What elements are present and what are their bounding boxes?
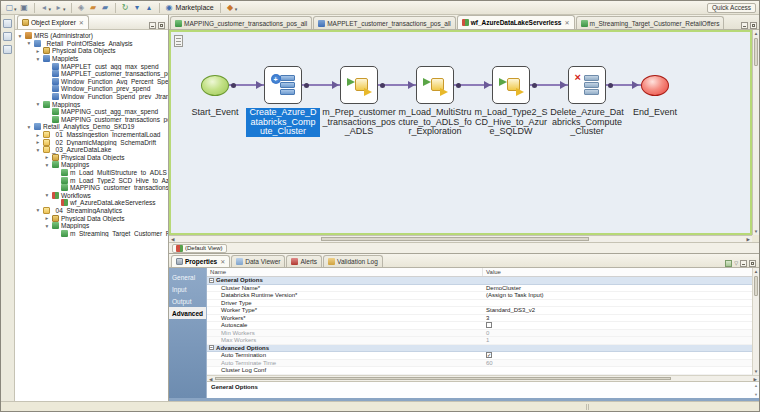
scroll-right-icon[interactable]: ▶ (747, 236, 750, 243)
expand-arrow-icon[interactable]: ▸ (44, 154, 50, 160)
property-row-databricks-runtime-version[interactable]: Databricks Runtime Version*(Assign to Ta… (207, 292, 759, 300)
dropdown-arrow-icon[interactable]: ▾ (14, 6, 17, 12)
tree-item-01-massingestion-incrementalload[interactable]: ▸_01_MassIngestion_IncrementalLoad (15, 131, 168, 139)
tree-item-workflows[interactable]: ▾Workflows (15, 191, 168, 199)
tree-item-mapplets[interactable]: ▾Mapplets (15, 55, 168, 63)
collapse-arrow-icon[interactable]: ▾ (35, 147, 41, 153)
tree-item-mappings[interactable]: ▾Mappings (15, 100, 168, 108)
maximize-icon[interactable] (749, 260, 756, 267)
property-row-max-workers[interactable]: Max Workers1 (207, 337, 759, 345)
node-create-azure-databricks-compute-cluster[interactable]: +Create_Azure_Databricks_Compute_Cluster (245, 65, 321, 137)
tab-alerts[interactable]: Alerts (286, 255, 322, 267)
tree-item-window-function-spend-prev-jtransactions[interactable]: Window_Function_Spend_prev_Jtransactions (15, 93, 168, 101)
dropdown-arrow-icon[interactable]: ▾ (63, 6, 66, 12)
new-project-icon[interactable]: ▰ (100, 2, 111, 13)
collapse-arrow-icon[interactable]: ▾ (26, 124, 32, 130)
collapse-arrow-icon[interactable]: ▾ (17, 33, 23, 39)
tree-item-mappings[interactable]: ▾Mappings (15, 222, 168, 230)
tab-object-explorer[interactable]: Object Explorer ✕ (17, 15, 89, 29)
property-value[interactable]: (Assign to Task Input) (483, 292, 759, 298)
new-folder-icon[interactable]: ▰ (88, 2, 99, 13)
import-icon[interactable]: ▾ (132, 2, 143, 13)
node-end-event[interactable]: End_Event (625, 65, 685, 137)
tree-item-physical-data-objects[interactable]: ▸Physical Data Objects (15, 154, 168, 162)
tree-item-mrs-administrator[interactable]: ▾MRS (Administrator) (15, 32, 168, 40)
editor-tab-mapping-customer-transactions-pos-all[interactable]: MAPPING_customer_transactions_pos_all (170, 16, 312, 29)
task-box[interactable]: + (264, 66, 302, 104)
refresh-icon[interactable]: ↻ (120, 2, 131, 13)
task-box[interactable] (340, 66, 378, 104)
tree-item-02-dynamicmapping-schemadrift[interactable]: ▸_02_DynamicMapping_SchemaDrift (15, 138, 168, 146)
node-m-load-multistructure-to-adls-for-exploration[interactable]: m_Load_MultiStructure_to_ADLS_for_Explor… (397, 65, 473, 137)
collapse-arrow-icon[interactable]: ▾ (26, 40, 32, 46)
minimize-icon[interactable] (741, 22, 748, 29)
save-icon[interactable]: ▣ (19, 2, 30, 13)
scroll-down-icon[interactable]: ▼ (754, 392, 758, 397)
export-icon[interactable]: ▴ (144, 2, 155, 13)
tree-item-m-load-multistructure-to-adls-for-exploration[interactable]: m_Load_MultiStructure_to_ADLS_for_Explor… (15, 169, 168, 177)
property-row-driver-type[interactable]: Driver Type (207, 300, 759, 308)
section-output[interactable]: Output (169, 295, 206, 307)
tree-item-retail-pointofsales-analysis[interactable]: ▾_Retail_PointOfSales_Analysis (15, 40, 168, 48)
scrollbar-thumb[interactable] (215, 377, 671, 380)
canvas-vertical-scrollbar[interactable]: ▲ ▼ (752, 30, 759, 235)
property-row-general-options[interactable]: −General Options (207, 277, 759, 285)
checkbox-unchecked-icon[interactable] (486, 322, 492, 328)
property-row-cluster-log-conf[interactable]: Cluster Log Conf (207, 367, 759, 375)
property-value[interactable]: DemoCluster (483, 285, 759, 291)
quick-access-button[interactable]: Quick Access (707, 3, 756, 13)
tree-item-wf-azuredatalakeserverless[interactable]: wf_AzureDataLakeServerless (15, 199, 168, 207)
editor-tab-mapplet-customer-transactions-pos-all[interactable]: MAPPLET_customer_transactions_pos_all (313, 16, 456, 29)
task-box[interactable] (492, 66, 530, 104)
property-value[interactable]: ✓ (483, 352, 759, 358)
tree-item-mapping-customer-transactions-pos-all[interactable]: MAPPING_customer_transactions_pos_all (15, 184, 168, 192)
description-scrollbar[interactable]: ▲▼ (754, 383, 758, 398)
scroll-down-icon[interactable]: ▼ (753, 368, 759, 375)
maximize-icon[interactable] (750, 22, 757, 29)
start-event-shape[interactable] (201, 75, 229, 96)
tree-item-m-streaming-target-customer-retailoffers[interactable]: m_Streaming_Target_Customer_RetailOffers (15, 229, 168, 237)
collapse-arrow-icon[interactable]: ▾ (35, 207, 41, 213)
expand-arrow-icon[interactable]: ▸ (35, 132, 41, 138)
scrollbar-thumb[interactable] (321, 237, 589, 241)
minimize-icon[interactable] (740, 260, 747, 267)
collapse-arrow-icon[interactable]: ▾ (44, 192, 50, 198)
property-row-worker-type[interactable]: Worker Type*Standard_DS3_v2 (207, 307, 759, 315)
close-tab-icon[interactable]: ✕ (220, 258, 225, 265)
tree-item-mapping-cust-agg-max-spend[interactable]: MAPPING_cust_agg_max_spend (15, 108, 168, 116)
property-row-workers[interactable]: Workers*3 (207, 315, 759, 323)
editor-tab-m-streaming-target-customer-retailoffers[interactable]: m_Streaming_Target_Customer_RetailOffers (576, 16, 725, 29)
tree-item-mappings[interactable]: ▾Mappings (15, 161, 168, 169)
checkbox-checked-icon[interactable]: ✓ (486, 352, 492, 358)
expand-arrow-icon[interactable]: ▸ (35, 139, 41, 145)
collapse-arrow-icon[interactable]: ▾ (44, 223, 50, 229)
default-view-tab[interactable]: (Default View) (172, 244, 227, 253)
tree-item-physical-data-objects[interactable]: ▸Physical Data Objects (15, 47, 168, 55)
task-box[interactable] (416, 66, 454, 104)
property-row-autoscale[interactable]: Autoscale (207, 322, 759, 330)
property-value[interactable]: 1 (483, 337, 759, 343)
node-start-event[interactable]: Start_Event (185, 65, 245, 137)
collapse-group-icon[interactable]: − (209, 345, 214, 350)
workflow-canvas[interactable]: Start_Event+Create_Azure_Databricks_Comp… (169, 30, 752, 235)
tab-data-viewer[interactable]: Data Viewer (231, 255, 285, 267)
collapse-group-icon[interactable]: − (209, 278, 214, 283)
marketplace-globe-icon[interactable]: ◉ (164, 2, 175, 13)
section-input[interactable]: Input (169, 283, 206, 295)
tree-item-retail-analytics-demo-skd19[interactable]: ▾Retail_Analytics_Demo_SKD19 (15, 123, 168, 131)
scroll-up-icon[interactable]: ▲ (753, 30, 759, 37)
collapse-arrow-icon[interactable]: ▾ (35, 101, 41, 107)
property-row-auto-termination[interactable]: Auto Termination✓ (207, 352, 759, 360)
collapse-arrow-icon[interactable]: ▾ (35, 56, 41, 62)
node-m-prep-customer-transactions-pos-adls[interactable]: m_Prep_customer_transactions_pos_ADLS (321, 65, 397, 137)
section-general[interactable]: General (169, 271, 206, 283)
scrollbar-thumb[interactable] (754, 38, 758, 66)
property-row-auto-terminate-time[interactable]: Auto Terminate Time60 (207, 360, 759, 368)
tree-item-04-streaminganalytics[interactable]: ▾_04_StreamingAnalytics (15, 207, 168, 215)
property-row-min-workers[interactable]: Min Workers0 (207, 330, 759, 338)
close-icon[interactable]: ✕ (79, 19, 84, 26)
tree-item-03-azuredatalake[interactable]: ▾_03_AzureDataLake (15, 146, 168, 154)
scrollbar-thumb[interactable] (754, 276, 758, 296)
tree-item-physical-data-objects[interactable]: ▸Physical Data Objects (15, 214, 168, 222)
connection-icon[interactable]: ◈ (76, 2, 87, 13)
